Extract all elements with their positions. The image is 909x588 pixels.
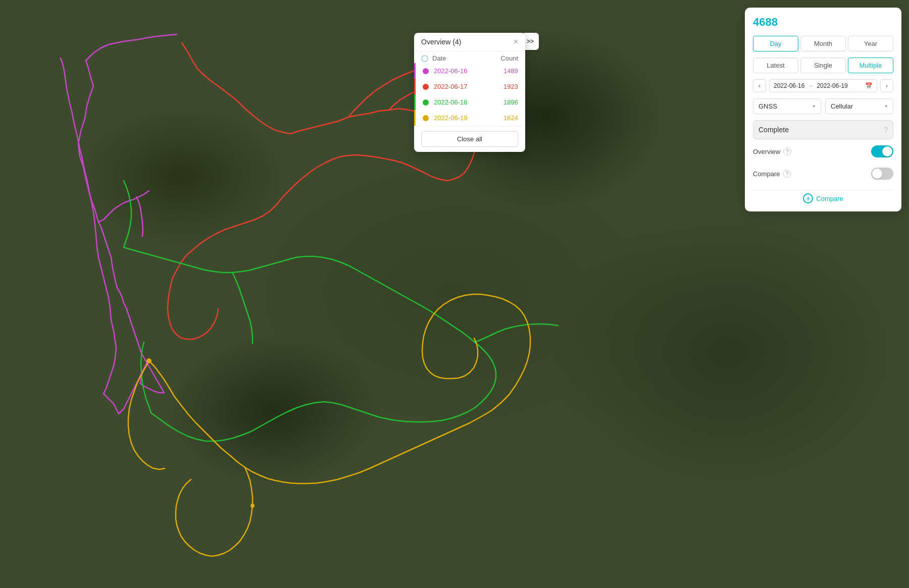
date-arrow: →	[807, 82, 814, 89]
overview-col-headers: Date Count	[414, 51, 525, 63]
col-date-header: Date	[432, 55, 496, 62]
time-tabs-container: Day Month Year	[753, 36, 893, 51]
tab-multiple[interactable]: Multiple	[848, 58, 893, 73]
row-date: 2022-06-16	[434, 67, 498, 75]
overview-row[interactable]: 2022-06-19 1624	[414, 110, 525, 126]
compare-toggle-switch[interactable]	[871, 168, 893, 180]
date-start: 2022-06-16	[774, 82, 804, 89]
mode-tabs-container: Latest Single Multiple	[753, 58, 893, 73]
tab-year[interactable]: Year	[848, 36, 893, 51]
dropdown-row: GNSS ▾ Cellular ▾	[753, 98, 893, 114]
overview-header: Overview (4) ×	[414, 33, 525, 51]
compare-label-text: Compare	[753, 170, 780, 178]
compare-add-label: Compare	[816, 195, 843, 202]
date-prev-button[interactable]: ‹	[753, 79, 766, 92]
overview-label-text: Overview	[753, 148, 780, 155]
chevron-left-icon: ‹	[759, 82, 761, 89]
right-panel: 4688 Day Month Year Latest Single Multip…	[745, 8, 901, 211]
overview-help-icon[interactable]: ?	[783, 147, 791, 155]
overview-close-button[interactable]: ×	[514, 38, 518, 46]
tab-single[interactable]: Single	[800, 58, 846, 73]
compare-toggle-label: Compare ?	[753, 170, 871, 178]
tab-day[interactable]: Day	[753, 36, 798, 51]
source-value: GNSS	[759, 102, 777, 110]
row-date: 2022-06-18	[434, 98, 498, 106]
svg-point-0	[146, 358, 152, 363]
overview-row[interactable]: 2022-06-16 1489	[414, 63, 525, 79]
date-range-row: ‹ 2022-06-16 → 2022-06-19 📅 ›	[753, 79, 893, 92]
row-count: 1896	[498, 98, 518, 106]
complete-help-icon: ?	[884, 126, 888, 134]
overview-title: Overview (4)	[421, 38, 461, 46]
row-date: 2022-06-17	[434, 83, 498, 90]
row-color-dot	[423, 115, 429, 121]
svg-point-1	[250, 504, 255, 508]
row-count: 1489	[498, 67, 518, 75]
chevron-right-icon: ›	[886, 82, 888, 89]
overview-row[interactable]: 2022-06-18 1896	[414, 94, 525, 110]
row-color-dot	[423, 99, 429, 105]
date-range-display[interactable]: 2022-06-16 → 2022-06-19 📅	[769, 79, 877, 92]
complete-label: Complete	[759, 126, 789, 134]
type-dropdown[interactable]: Cellular ▾	[825, 98, 893, 114]
tab-latest[interactable]: Latest	[753, 58, 798, 73]
row-color-dot	[423, 84, 429, 90]
complete-button[interactable]: Complete ?	[753, 120, 893, 139]
overview-row[interactable]: 2022-06-17 1923	[414, 79, 525, 94]
compare-toggle-row: Compare ?	[753, 168, 893, 185]
row-date: 2022-06-19	[434, 114, 498, 122]
col-header-icon	[421, 55, 428, 62]
plus-icon: +	[803, 193, 813, 203]
compare-add-button[interactable]: + Compare	[753, 190, 893, 203]
calendar-icon: 📅	[865, 82, 873, 89]
row-count: 1624	[498, 114, 518, 122]
source-chevron-icon: ▾	[813, 103, 816, 110]
type-chevron-icon: ▾	[885, 103, 888, 110]
date-end: 2022-06-19	[817, 82, 847, 89]
overview-toggle-switch[interactable]	[871, 145, 893, 157]
tab-month[interactable]: Month	[800, 36, 846, 51]
row-count: 1923	[498, 83, 518, 90]
expand-label: >>	[527, 38, 534, 45]
type-value: Cellular	[831, 102, 853, 110]
panel-id: 4688	[753, 16, 893, 29]
date-next-button[interactable]: ›	[880, 79, 893, 92]
close-all-button[interactable]: Close all	[421, 131, 518, 147]
overview-toggle-row: Overview ?	[753, 145, 893, 163]
row-color-dot	[423, 68, 429, 74]
overview-panel: Overview (4) × Date Count 2022-06-16 148…	[414, 33, 525, 152]
overview-footer: Close all	[414, 126, 525, 152]
col-count-header: Count	[500, 55, 518, 62]
source-dropdown[interactable]: GNSS ▾	[753, 98, 821, 114]
overview-toggle-label: Overview ?	[753, 147, 871, 155]
compare-help-icon[interactable]: ?	[783, 170, 791, 178]
